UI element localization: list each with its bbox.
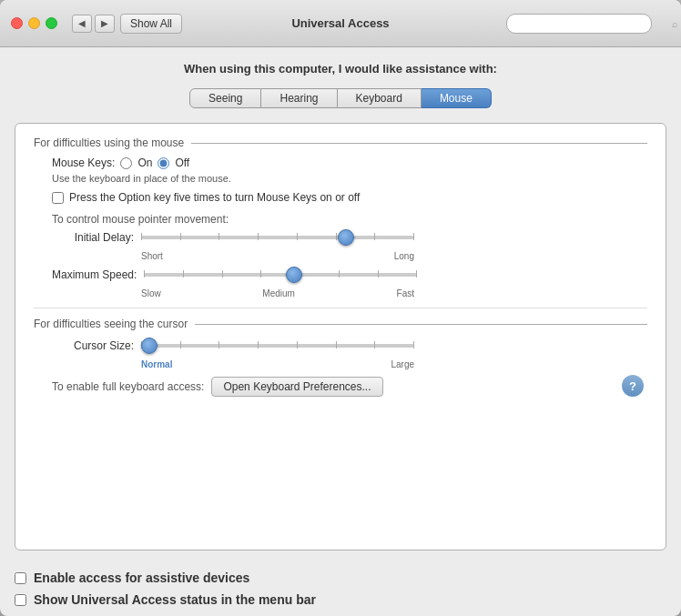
keyboard-access-row: To enable full keyboard access: Open Key… xyxy=(52,377,383,397)
max-speed-min-label: Slow xyxy=(141,288,161,298)
mouse-keys-row: Mouse Keys: On Off xyxy=(52,157,647,169)
keyboard-access-label: To enable full keyboard access: xyxy=(52,380,204,393)
assistance-label: When using this computer, I would like a… xyxy=(15,62,666,76)
option-key-checkbox[interactable] xyxy=(52,192,64,204)
max-speed-slider-wrapper xyxy=(144,267,417,283)
cursor-size-row: Cursor Size: xyxy=(52,338,647,354)
enable-access-checkbox[interactable] xyxy=(15,572,26,584)
main-content: When using this computer, I would like a… xyxy=(0,47,681,561)
option-key-checkbox-row: Press the Option key five times to turn … xyxy=(52,191,647,204)
max-speed-label: Maximum Speed: xyxy=(52,268,137,281)
back-button[interactable]: ◀ xyxy=(72,15,92,33)
on-label: On xyxy=(137,157,152,169)
tab-keyboard[interactable]: Keyboard xyxy=(338,88,422,108)
cursor-size-thumb[interactable] xyxy=(141,338,158,354)
tab-seeing[interactable]: Seeing xyxy=(189,88,261,108)
initial-delay-max-label: Long xyxy=(394,251,414,261)
cursor-size-slider-wrapper xyxy=(141,338,414,354)
nav-buttons: ◀ ▶ xyxy=(72,15,115,33)
option-key-label: Press the Option key five times to turn … xyxy=(69,191,360,204)
bottom-options: Enable access for assistive devices Show… xyxy=(0,561,681,616)
titlebar: ◀ ▶ Show All Universal Access ⌕ xyxy=(0,0,681,47)
initial-delay-thumb[interactable] xyxy=(338,229,354,246)
max-speed-thumb[interactable] xyxy=(286,267,302,283)
show-all-button[interactable]: Show All xyxy=(120,14,182,34)
mouse-keys-off-radio[interactable] xyxy=(158,157,169,169)
initial-delay-slider-wrapper xyxy=(141,229,414,246)
tab-hearing[interactable]: Hearing xyxy=(261,88,337,108)
search-input[interactable] xyxy=(506,14,652,34)
show-status-row: Show Universal Access status in the menu… xyxy=(15,592,666,607)
tab-bar: Seeing Hearing Keyboard Mouse xyxy=(15,88,666,108)
help-button[interactable]: ? xyxy=(622,375,644,397)
cursor-size-min-label: Normal xyxy=(141,359,172,369)
section2-header: For difficulties seeing the cursor xyxy=(34,318,647,330)
traffic-lights xyxy=(11,17,57,29)
max-speed-max-label: Fast xyxy=(397,288,414,298)
initial-delay-min-label: Short xyxy=(141,251,163,261)
initial-delay-row: Initial Delay: xyxy=(52,229,647,246)
control-label: To control mouse pointer movement: xyxy=(52,213,647,226)
mouse-keys-on-radio[interactable] xyxy=(120,157,132,169)
panel-footer: To enable full keyboard access: Open Key… xyxy=(34,375,647,397)
search-icon: ⌕ xyxy=(672,18,678,29)
forward-button[interactable]: ▶ xyxy=(95,15,115,33)
tab-mouse[interactable]: Mouse xyxy=(422,88,492,108)
keyboard-info-text: Use the keyboard in place of the mouse. xyxy=(52,173,647,184)
show-status-label: Show Universal Access status in the menu… xyxy=(34,592,316,607)
off-label: Off xyxy=(175,157,189,169)
mouse-panel: For difficulties using the mouse Mouse K… xyxy=(15,123,666,550)
close-button[interactable] xyxy=(11,17,23,29)
enable-access-row: Enable access for assistive devices xyxy=(15,571,666,585)
max-speed-slider-section: Maximum Speed: xyxy=(52,267,647,298)
section1-header: For difficulties using the mouse xyxy=(34,136,647,149)
cursor-size-slider-section: Cursor Size: xyxy=(52,338,647,369)
show-status-checkbox[interactable] xyxy=(15,594,26,606)
window-title: Universal Access xyxy=(291,16,389,30)
mouse-keys-label: Mouse Keys: xyxy=(52,157,115,169)
minimize-button[interactable] xyxy=(28,17,40,29)
open-keyboard-prefs-button[interactable]: Open Keyboard Preferences... xyxy=(211,377,382,397)
cursor-size-label: Cursor Size: xyxy=(52,339,134,352)
window: ◀ ▶ Show All Universal Access ⌕ When usi… xyxy=(0,0,681,616)
initial-delay-label: Initial Delay: xyxy=(52,231,134,244)
max-speed-row: Maximum Speed: xyxy=(52,267,647,283)
cursor-size-max-label: Large xyxy=(391,359,414,369)
enable-access-label: Enable access for assistive devices xyxy=(34,571,249,585)
max-speed-mid-label: Medium xyxy=(262,288,295,298)
maximize-button[interactable] xyxy=(46,17,57,29)
initial-delay-slider-section: Initial Delay: xyxy=(52,229,647,261)
section-divider xyxy=(34,308,647,308)
